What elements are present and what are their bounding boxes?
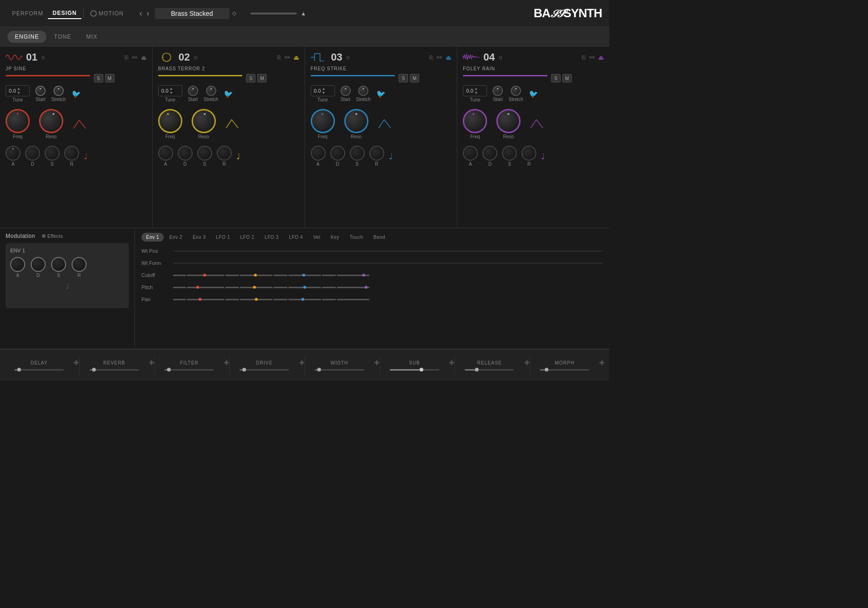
fx-delay-slider[interactable]	[14, 369, 64, 371]
a-knob-1[interactable]	[6, 146, 20, 161]
a-knob-4[interactable]	[463, 146, 478, 161]
stretch-knob-1[interactable]	[53, 86, 64, 96]
r-knob-4[interactable]	[521, 146, 536, 161]
mute-btn-2[interactable]: M	[257, 74, 267, 82]
mute-btn-1[interactable]: M	[105, 74, 114, 82]
mute-btn-4[interactable]: M	[562, 74, 572, 82]
bird-icon-2[interactable]: 🐦	[224, 89, 233, 98]
a-knob-2[interactable]	[158, 146, 173, 161]
fx-sub-slider[interactable]	[390, 369, 439, 371]
wtform-track[interactable]	[173, 263, 603, 264]
r-knob-3[interactable]	[369, 146, 384, 161]
d-knob-1[interactable]	[25, 146, 40, 161]
mute-btn-3[interactable]: M	[410, 74, 419, 82]
fx-drive-add-icon[interactable]: ✚	[299, 359, 305, 366]
a-knob-3[interactable]	[311, 146, 326, 161]
fx-reverb-slider[interactable]	[90, 369, 139, 371]
solo-btn-1[interactable]: S	[94, 74, 103, 82]
cutoff-track-area[interactable]	[173, 275, 603, 276]
tune-input-1[interactable]: 0.0 ▲▼	[6, 85, 30, 96]
mod-tab-lfo3[interactable]: LFO 3	[260, 233, 283, 242]
mod-tab-lfo2[interactable]: LFO 2	[236, 233, 259, 242]
solo-btn-4[interactable]: S	[551, 74, 561, 82]
env-a[interactable]	[10, 257, 25, 272]
d-knob-3[interactable]	[330, 146, 345, 161]
mod-tab-env1[interactable]: Env 1	[141, 233, 164, 242]
bird-icon-4[interactable]: 🐦	[529, 89, 538, 98]
reso-knob-2[interactable]	[192, 109, 216, 133]
start-knob-3[interactable]	[341, 86, 351, 96]
panel-1-link-icon[interactable]: ⚯	[132, 54, 137, 61]
s-knob-1[interactable]	[45, 146, 60, 161]
start-knob-1[interactable]	[35, 86, 46, 96]
s-knob-2[interactable]	[197, 146, 212, 161]
fx-morph-add-icon[interactable]: ✚	[599, 359, 605, 366]
fx-sub-add-icon[interactable]: ✚	[449, 359, 454, 366]
panel-3-copy-icon[interactable]: ⎘	[429, 54, 433, 61]
wtpos-track[interactable]	[173, 250, 603, 252]
tune-input-4[interactable]: 0.0 ▲▼	[463, 85, 487, 96]
panel-1-search-icon[interactable]: ○	[41, 54, 45, 61]
tune-arrows-1[interactable]: ▲▼	[17, 87, 20, 95]
pitch-track-area[interactable]	[173, 287, 603, 288]
fx-reverb-add-icon[interactable]: ✚	[149, 359, 154, 366]
panel-2-copy-icon[interactable]: ⎘	[277, 54, 281, 61]
freq-knob-1[interactable]	[6, 109, 30, 133]
fx-filter-slider[interactable]	[165, 369, 214, 371]
s-knob-4[interactable]	[502, 146, 517, 161]
start-knob-2[interactable]	[188, 86, 198, 96]
search-icon[interactable]: ○	[232, 9, 237, 18]
pan-track-area[interactable]	[173, 299, 603, 300]
s-knob-3[interactable]	[350, 146, 365, 161]
d-knob-2[interactable]	[178, 146, 193, 161]
volume-slider[interactable]	[250, 13, 297, 14]
fx-release-slider[interactable]	[465, 369, 514, 371]
mod-tab-touch[interactable]: Touch	[345, 233, 368, 242]
tab-engine[interactable]: ENGINE	[7, 31, 47, 43]
panel-4-power-icon[interactable]: ⏏	[598, 54, 604, 61]
fx-width-slider[interactable]	[315, 369, 364, 371]
fx-width-add-icon[interactable]: ✚	[374, 359, 380, 366]
panel-3-link-icon[interactable]: ⚯	[437, 54, 442, 61]
fx-filter-add-icon[interactable]: ✚	[224, 359, 229, 366]
stretch-knob-3[interactable]	[358, 86, 368, 96]
panel-3-search-icon[interactable]: ○	[346, 54, 350, 61]
panel-1-copy-icon[interactable]: ⎘	[125, 54, 128, 61]
mod-tab-bend[interactable]: Bend	[369, 233, 390, 242]
stretch-knob-4[interactable]	[511, 86, 521, 96]
r-knob-1[interactable]	[64, 146, 79, 161]
fx-drive-slider[interactable]	[240, 369, 289, 371]
fx-release-add-icon[interactable]: ✚	[524, 359, 530, 366]
r-knob-2[interactable]	[217, 146, 232, 161]
panel-2-power-icon[interactable]: ⏏	[294, 54, 299, 61]
mod-tab-env3[interactable]: Env 3	[188, 233, 210, 242]
tune-input-2[interactable]: 0.0 ▲▼	[158, 85, 182, 96]
tune-arrows-3[interactable]: ▲▼	[322, 87, 326, 95]
fx-delay-add-icon[interactable]: ✚	[73, 359, 79, 366]
design-btn[interactable]: DESIGN	[48, 8, 81, 19]
reso-knob-3[interactable]	[344, 109, 368, 133]
motion-btn[interactable]: MOTION	[90, 10, 124, 17]
solo-btn-3[interactable]: S	[399, 74, 408, 82]
panel-4-link-icon[interactable]: ⚯	[589, 54, 594, 61]
d-knob-4[interactable]	[482, 146, 497, 161]
stretch-knob-2[interactable]	[206, 86, 216, 96]
env-d[interactable]	[31, 257, 46, 272]
panel-2-link-icon[interactable]: ⚯	[285, 54, 290, 61]
panel-3-power-icon[interactable]: ⏏	[446, 54, 451, 61]
env-r[interactable]	[72, 257, 87, 272]
freq-knob-4[interactable]	[463, 109, 487, 133]
tab-tone[interactable]: TONE	[47, 31, 79, 43]
tune-input-3[interactable]: 0.0 ▲▼	[311, 85, 335, 96]
mod-tab-vel[interactable]: Vel	[308, 233, 325, 242]
bird-icon-1[interactable]: 🐦	[72, 89, 81, 98]
panel-1-power-icon[interactable]: ⏏	[141, 54, 147, 61]
effects-toggle[interactable]: Effects	[42, 233, 63, 239]
mod-tab-key[interactable]: Key	[326, 233, 344, 242]
mod-tab-lfo1[interactable]: LFO 1	[211, 233, 234, 242]
tab-mix[interactable]: MIX	[79, 31, 105, 43]
fx-morph-slider[interactable]	[540, 369, 589, 371]
tune-arrows-2[interactable]: ▲▼	[169, 87, 173, 95]
perform-btn[interactable]: PERFORM	[7, 8, 48, 19]
freq-knob-2[interactable]	[158, 109, 182, 133]
